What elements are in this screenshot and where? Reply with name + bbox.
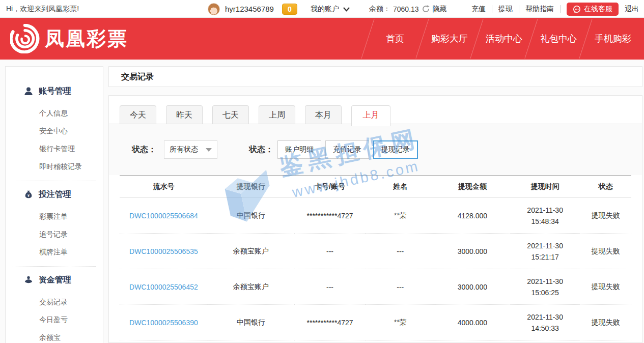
nav-item-mobile[interactable]: 手机购彩 xyxy=(586,33,640,45)
bank-cell: 余额宝账户 xyxy=(208,234,294,269)
top-bar: Hi，欢迎来到凤凰彩票! hyr123456789 0 我的账户 余额： 706… xyxy=(0,0,644,18)
amount-cell: 4000.000 xyxy=(435,305,510,340)
col-header-name: 姓名 xyxy=(366,176,435,198)
sidebar-items: 彩票注单 追号记录 棋牌注单 xyxy=(6,208,103,261)
main-menu: 首页 购彩大厅 活动中心 礼包中心 手机购彩 xyxy=(368,18,640,60)
username: hyr123456789 xyxy=(225,5,274,13)
status-select-value: 所有状态 xyxy=(170,145,198,154)
account-detail-button[interactable]: 账户明细 xyxy=(277,140,321,159)
status-select[interactable]: 所有状态 xyxy=(164,140,217,159)
name-cell: --- xyxy=(366,269,435,305)
nav-item-lottery-hall[interactable]: 购彩大厅 xyxy=(423,33,477,45)
col-header-card: 卡号/账号 xyxy=(294,176,366,198)
tab-yesterday[interactable]: 昨天 xyxy=(166,105,203,124)
name-cell: --- xyxy=(366,234,435,269)
svg-text:¥: ¥ xyxy=(27,193,30,198)
balance-group: 余额： 7060.13 隐藏 xyxy=(369,0,447,18)
sidebar: 账号管理 个人信息 安全中心 银行卡管理 即时稽核记录 ¥ 投注管理 彩票注单 … xyxy=(5,66,103,343)
sidebar-section-betting: ¥ 投注管理 xyxy=(6,186,103,203)
col-header-status: 状态 xyxy=(580,176,631,198)
tab-seven-days[interactable]: 七天 xyxy=(212,105,249,124)
divider xyxy=(519,5,519,13)
status-cell: 提现失败 xyxy=(580,198,631,234)
time-cell: 2021-11-30 14:50:33 xyxy=(510,305,580,340)
serial-link[interactable]: DWC1000025506684 xyxy=(120,198,208,234)
brand[interactable]: 凤凰彩票 xyxy=(10,24,128,53)
sidebar-item-transaction-records[interactable]: 交易记录 xyxy=(6,293,103,311)
sidebar-section-account: 账号管理 xyxy=(6,83,103,99)
refresh-icon[interactable] xyxy=(422,5,430,13)
brand-name: 凤凰彩票 xyxy=(45,26,128,52)
top-links: 充值 提现 帮助指南 在线客服 退出 xyxy=(471,0,639,18)
amount-cell: 4128.000 xyxy=(435,198,510,234)
content-panel: 今天 昨天 七天 上周 本月 上月 状态： 所有状态 状态： 账户明细 充值记录… xyxy=(108,95,642,343)
main-nav-bar: 凤凰彩票 首页 购彩大厅 活动中心 礼包中心 手机购彩 xyxy=(0,18,644,60)
status-cell: 提现失败 xyxy=(580,269,631,305)
card-cell: --- xyxy=(294,234,366,269)
tab-last-week[interactable]: 上周 xyxy=(259,105,295,124)
serial-link[interactable]: DWC1000025506452 xyxy=(120,269,208,305)
withdraw-link[interactable]: 提现 xyxy=(498,5,513,14)
sidebar-item-personal-info[interactable]: 个人信息 xyxy=(6,104,103,122)
funds-icon xyxy=(24,275,33,284)
recharge-link[interactable]: 充值 xyxy=(471,5,486,14)
sidebar-item-audit-records[interactable]: 即时稽核记录 xyxy=(6,158,103,176)
amount-cell: 3000.000 xyxy=(435,269,510,305)
type-filter-label: 状态： xyxy=(249,145,273,155)
card-cell: ***********4727 xyxy=(294,198,366,234)
nav-item-home[interactable]: 首页 xyxy=(368,33,422,45)
filter-bar: 状态： 所有状态 状态： 账户明细 充值记录 提现记录 xyxy=(109,124,642,175)
tab-last-month[interactable]: 上月 xyxy=(351,105,390,126)
time-cell: 2021-11-30 15:48:34 xyxy=(510,198,580,234)
my-account-menu[interactable]: 我的账户 xyxy=(311,0,350,18)
online-service-label: 在线客服 xyxy=(584,5,612,14)
status-cell: 提现失败 xyxy=(580,305,631,340)
time-cell: 2021-11-30 15:21:17 xyxy=(510,234,580,269)
table-row: DWC1000025506452 余额宝账户 --- --- 3000.000 … xyxy=(120,269,631,305)
sidebar-item-chase-records[interactable]: 追号记录 xyxy=(6,225,103,243)
online-service-button[interactable]: 在线客服 xyxy=(567,3,619,16)
my-account-label: 我的账户 xyxy=(311,5,339,14)
phoenix-swirl-icon xyxy=(10,24,40,53)
table-row: DWC1000025506390 中国银行 ***********4727 **… xyxy=(120,305,631,340)
amount-cell: 3000.000 xyxy=(435,234,510,269)
bank-cell: 中国银行 xyxy=(208,305,294,340)
nav-item-gift-center[interactable]: 礼包中心 xyxy=(531,33,585,45)
sidebar-section-funds: 资金管理 xyxy=(6,272,103,288)
hide-balance-link[interactable]: 隐藏 xyxy=(433,5,447,14)
tab-this-month[interactable]: 本月 xyxy=(305,105,342,124)
balance-label: 余额： xyxy=(369,5,390,14)
avatar[interactable] xyxy=(208,3,220,15)
withdraw-records-button[interactable]: 提现记录 xyxy=(373,140,418,159)
sidebar-item-bank-cards[interactable]: 银行卡管理 xyxy=(6,140,103,158)
serial-link[interactable]: DWC1000025506535 xyxy=(120,234,208,269)
sidebar-item-lottery-orders[interactable]: 彩票注单 xyxy=(6,208,103,225)
tab-today[interactable]: 今天 xyxy=(120,105,156,124)
message-count-badge[interactable]: 0 xyxy=(282,4,297,15)
card-cell: ***********4727 xyxy=(294,305,366,340)
name-cell: **荣 xyxy=(366,305,435,340)
sidebar-item-yuebao[interactable]: 余额宝 xyxy=(6,329,103,343)
sidebar-item-today-profit[interactable]: 今日盈亏 xyxy=(6,311,103,329)
sidebar-item-security-center[interactable]: 安全中心 xyxy=(6,122,103,140)
col-header-bank: 提现银行 xyxy=(208,176,294,198)
col-header-time: 提现时间 xyxy=(510,176,580,198)
sidebar-item-board-orders[interactable]: 棋牌注单 xyxy=(6,243,103,261)
card-cell: --- xyxy=(294,269,366,305)
logout-link[interactable]: 退出 xyxy=(625,5,639,14)
status-cell: 提现失败 xyxy=(580,234,631,269)
divider xyxy=(560,5,561,13)
sidebar-divider xyxy=(13,181,96,181)
headset-icon xyxy=(573,5,581,13)
bank-cell: 余额宝账户 xyxy=(208,269,294,305)
sidebar-items: 个人信息 安全中心 银行卡管理 即时稽核记录 xyxy=(6,104,103,176)
serial-link[interactable]: DWC1000025506390 xyxy=(120,305,208,340)
bank-cell: 中国银行 xyxy=(208,198,294,234)
sidebar-items: 交易记录 今日盈亏 余额宝 xyxy=(6,293,103,343)
status-filter-label: 状态： xyxy=(132,145,156,155)
time-cell: 2021-11-30 15:06:25 xyxy=(510,269,580,305)
recharge-records-button[interactable]: 充值记录 xyxy=(325,140,369,159)
help-link[interactable]: 帮助指南 xyxy=(525,5,554,14)
nav-item-activity-center[interactable]: 活动中心 xyxy=(477,33,531,45)
col-header-amount: 提现金额 xyxy=(435,176,510,198)
